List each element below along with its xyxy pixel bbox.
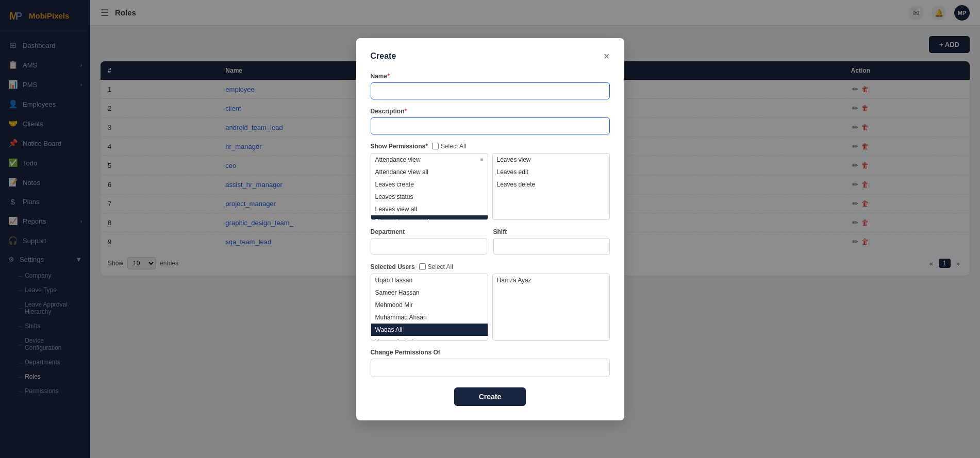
perm-item[interactable]: Attendance view≡: [371, 154, 488, 166]
name-input[interactable]: [371, 82, 610, 99]
modal-title: Create: [371, 52, 396, 61]
perm-item[interactable]: Leaves edit: [493, 166, 609, 178]
create-button[interactable]: Create: [454, 387, 526, 406]
users-list-right[interactable]: Hamza Ayaz: [492, 274, 610, 341]
user-item[interactable]: Usama Amjad: [371, 336, 488, 341]
permissions-row: Attendance view≡Attendance view allLeave…: [371, 153, 610, 220]
perm-item[interactable]: Attendance view all: [371, 166, 488, 178]
modal-footer: Create: [371, 387, 610, 406]
description-form-group: Description*: [371, 108, 610, 134]
dept-shift-row: Department Shift: [371, 228, 610, 255]
modal-close-button[interactable]: ×: [604, 50, 610, 62]
change-permissions-input[interactable]: [371, 359, 610, 377]
description-input[interactable]: [371, 117, 610, 134]
shift-form-group: Shift: [493, 228, 610, 255]
department-input[interactable]: [371, 238, 487, 255]
department-form-group: Department: [371, 228, 487, 255]
name-form-group: Name*: [371, 73, 610, 99]
scroll-icon: ≡: [480, 157, 484, 162]
perm-item[interactable]: Leaves status: [371, 191, 488, 203]
users-select-all[interactable]: Select All: [419, 263, 453, 270]
change-permissions-label: Change Permissions Of: [371, 349, 610, 356]
modal-overlay[interactable]: Create × Name* Description* Show Permiss…: [0, 0, 980, 458]
user-item[interactable]: Hamza Ayaz: [493, 274, 609, 286]
users-select-all-checkbox[interactable]: [419, 263, 426, 270]
perm-item[interactable]: Leaves delete: [493, 178, 609, 191]
users-form-group: Selected Users Select All Uqab HassanSam…: [371, 263, 610, 341]
perm-item[interactable]: Leaves view all: [371, 203, 488, 215]
user-item[interactable]: Uqab Hassan: [371, 274, 488, 286]
description-label: Description*: [371, 108, 610, 115]
perm-item[interactable]: Leaves view: [493, 154, 609, 166]
change-permissions-group: Change Permissions Of: [371, 349, 610, 377]
user-item[interactable]: Muhammad Ahsan: [371, 311, 488, 324]
permissions-label: Show Permissions*: [371, 143, 428, 150]
create-modal: Create × Name* Description* Show Permiss…: [356, 38, 624, 420]
users-header: Selected Users Select All: [371, 263, 610, 270]
shift-label: Shift: [493, 228, 610, 235]
permissions-list-right[interactable]: Leaves viewLeaves editLeaves delete: [492, 153, 610, 220]
shift-input[interactable]: [493, 238, 610, 255]
user-item[interactable]: Waqas Ali: [371, 324, 488, 336]
department-label: Department: [371, 228, 487, 235]
permissions-select-all-checkbox[interactable]: [432, 143, 439, 149]
perm-item[interactable]: Biometric request view: [371, 215, 488, 220]
modal-header: Create ×: [371, 50, 610, 62]
user-item[interactable]: Mehmood Mir: [371, 299, 488, 311]
permissions-header: Show Permissions* Select All: [371, 143, 610, 150]
permissions-form-group: Show Permissions* Select All Attendance …: [371, 143, 610, 220]
permissions-select-all[interactable]: Select All: [432, 143, 466, 150]
perm-item[interactable]: Leaves create: [371, 178, 488, 191]
users-list-left[interactable]: Uqab HassanSameer HassanMehmood MirMuham…: [371, 274, 488, 341]
permissions-list-left[interactable]: Attendance view≡Attendance view allLeave…: [371, 153, 488, 220]
name-label: Name*: [371, 73, 610, 80]
user-item[interactable]: Sameer Hassan: [371, 286, 488, 299]
users-row: Uqab HassanSameer HassanMehmood MirMuham…: [371, 274, 610, 341]
users-label: Selected Users: [371, 263, 415, 270]
